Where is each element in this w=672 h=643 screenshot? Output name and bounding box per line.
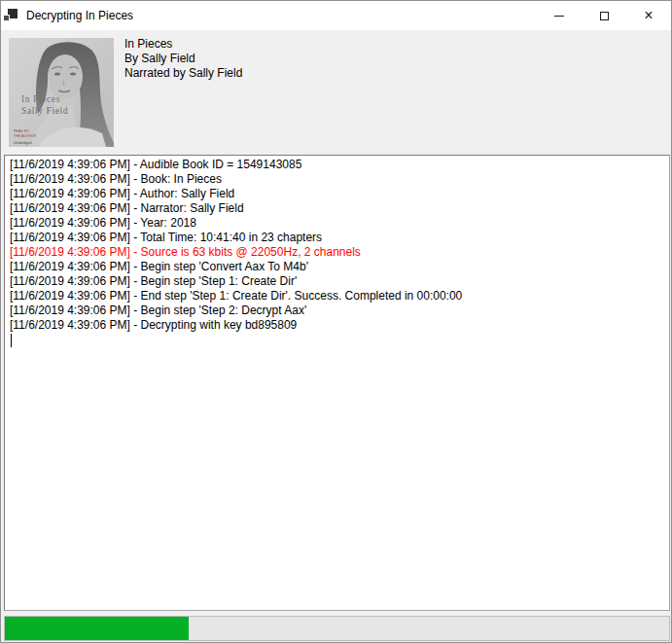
log-line-error: [11/6/2019 4:39:06 PM] - Source is 63 kb… <box>10 245 669 260</box>
progress-bar <box>4 616 670 641</box>
book-title: In Pieces <box>124 37 242 52</box>
book-cover-image: In Pieces Sally Field READ BY THE AUTHOR… <box>9 38 114 147</box>
window-title: Decrypting In Pieces <box>26 9 133 22</box>
close-button[interactable]: × <box>626 1 671 30</box>
log-line: [11/6/2019 4:39:06 PM] - Author: Sally F… <box>10 187 669 201</box>
log-line: [11/6/2019 4:39:06 PM] - Decrypting with… <box>10 318 669 333</box>
app-icon <box>3 8 18 23</box>
progress-bar-fill <box>5 617 189 640</box>
log-line: [11/6/2019 4:39:06 PM] - Begin step 'Ste… <box>10 274 669 289</box>
maximize-icon <box>600 12 609 20</box>
close-icon: × <box>644 8 653 23</box>
log-line: [11/6/2019 4:39:06 PM] - Begin step 'Ste… <box>10 304 669 318</box>
log-line: [11/6/2019 4:39:06 PM] - Book: In Pieces <box>10 172 669 187</box>
log-line: [11/6/2019 4:39:06 PM] - Year: 2018 <box>10 216 669 231</box>
app-window: Decrypting In Pieces × <box>0 0 672 643</box>
book-narrator: Narrated by Sally Field <box>124 66 242 81</box>
log-line: [11/6/2019 4:39:06 PM] - Begin step 'Con… <box>10 260 669 274</box>
maximize-button[interactable] <box>582 1 626 30</box>
text-caret <box>11 334 12 347</box>
log-line: [11/6/2019 4:39:06 PM] - Audible Book ID… <box>10 158 669 172</box>
minimize-button[interactable] <box>537 1 582 30</box>
log-line: [11/6/2019 4:39:06 PM] - Narrator: Sally… <box>10 201 669 216</box>
title-bar[interactable]: Decrypting In Pieces × <box>1 1 671 30</box>
log-line: [11/6/2019 4:39:06 PM] - Total Time: 10:… <box>10 231 669 245</box>
svg-text:Unabridged: Unabridged <box>14 141 32 145</box>
minimize-icon <box>554 16 564 17</box>
svg-text:THE AUTHOR: THE AUTHOR <box>14 134 37 138</box>
svg-text:In Pieces: In Pieces <box>21 94 60 104</box>
book-info: In Pieces By Sally Field Narrated by Sal… <box>124 37 242 81</box>
svg-text:Sally Field: Sally Field <box>21 106 68 116</box>
log-textbox[interactable]: [11/6/2019 4:39:06 PM] - Audible Book ID… <box>4 155 670 611</box>
log-line: [11/6/2019 4:39:06 PM] - End step 'Step … <box>10 289 669 304</box>
svg-text:READ BY: READ BY <box>14 129 29 133</box>
book-author: By Sally Field <box>124 52 242 66</box>
